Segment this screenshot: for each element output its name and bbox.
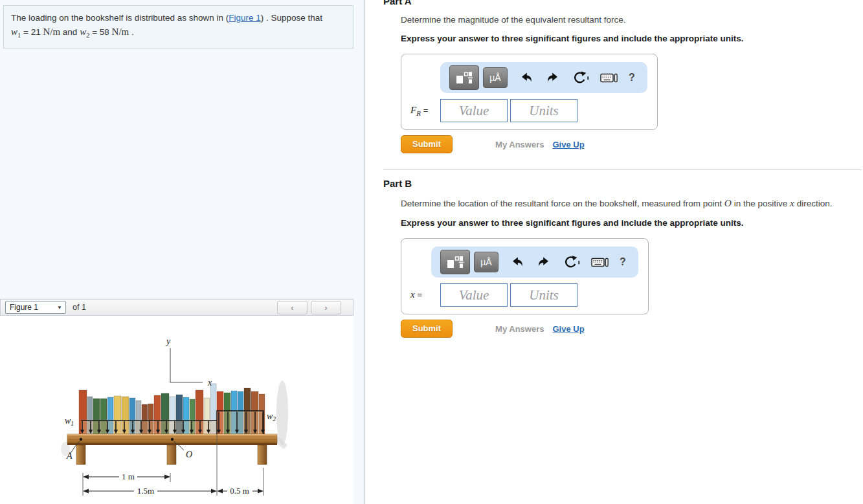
reset-icon: [572, 71, 589, 85]
help-button[interactable]: ?: [620, 256, 626, 268]
units-input[interactable]: [510, 99, 577, 122]
shelf-lip: [67, 443, 277, 445]
dim-arrow: [211, 489, 217, 494]
give-up-link[interactable]: Give Up: [552, 140, 584, 149]
dim-1m-label: 1 m: [122, 472, 135, 481]
redo-icon: [545, 71, 561, 85]
redo-button[interactable]: [545, 71, 561, 85]
part-a-title: Part A: [383, 0, 862, 6]
shelf-bracket: [76, 445, 85, 465]
answer-variable-label: x =: [410, 289, 440, 301]
my-answers-label: My Answers: [495, 324, 544, 334]
dim-arrow: [258, 489, 263, 494]
equation-toolbar: µÅ: [431, 247, 638, 278]
equation-template-button[interactable]: [440, 250, 470, 274]
part-a-description: Determine the magnitude of the equivalen…: [401, 15, 862, 25]
point-a-label: A: [66, 451, 73, 461]
figure-link[interactable]: Figure 1: [229, 13, 261, 23]
shelf-bracket: [167, 445, 176, 465]
units-button[interactable]: µÅ: [483, 67, 508, 88]
help-button[interactable]: ?: [629, 72, 635, 83]
part-b-section: Part B Determine the location of the res…: [383, 178, 862, 338]
x-axis-label: x: [207, 378, 212, 388]
dim-15m-label: 1.5m: [137, 486, 154, 496]
equation-toolbar: µÅ: [440, 62, 647, 93]
redo-icon: [536, 255, 552, 269]
template-icon: [447, 255, 464, 269]
units-button[interactable]: µÅ: [474, 252, 499, 272]
bookshelf-figure: y x w1 w2 A O 1 m 1.5m 0.5 m: [0, 316, 353, 504]
units-input[interactable]: [510, 283, 577, 307]
value-input[interactable]: [440, 283, 508, 307]
figure-select[interactable]: Figure 1 ▼: [5, 301, 66, 314]
dim-arrow: [217, 489, 223, 494]
keyboard-icon: [600, 72, 618, 83]
x-direction-symbol: x: [790, 197, 794, 208]
submit-button[interactable]: Submit: [401, 320, 453, 338]
answer-box: µÅ: [401, 54, 658, 130]
my-answers-label: My Answers: [495, 140, 544, 149]
part-a-instruction: Express your answer to three significant…: [401, 34, 862, 43]
dim-05m-label: 0.5 m: [230, 486, 249, 496]
problem-text: ) . Suppose that: [261, 13, 322, 23]
answer-panel: Part A Determine the magnitude of the eq…: [364, 0, 863, 504]
problem-panel: The loading on the bookshelf is distribu…: [0, 0, 364, 504]
w2-units: N/m: [112, 27, 129, 37]
point-o-label: O: [186, 450, 192, 459]
problem-statement: The loading on the bookshelf is distribu…: [3, 5, 353, 49]
undo-button[interactable]: [519, 71, 534, 85]
problem-text: The loading on the bookshelf is distribu…: [11, 13, 229, 23]
figure-next-button[interactable]: ›: [311, 301, 341, 314]
mastering-assignment-page: The loading on the bookshelf is distribu…: [0, 0, 863, 504]
dim-arrow: [83, 475, 89, 479]
dim-arrow: [164, 475, 170, 479]
w1-symbol: w1: [11, 27, 21, 37]
figure-viewport: y x w1 w2 A O 1 m 1.5m 0.5 m: [0, 316, 353, 504]
submit-button[interactable]: Submit: [401, 135, 453, 153]
template-icon: [456, 71, 473, 85]
chevron-down-icon: ▼: [57, 305, 62, 311]
part-b-description: Determine the location of the resultant …: [401, 197, 862, 209]
point-o-symbol: O: [724, 197, 732, 208]
problem-text: and: [60, 27, 80, 37]
figure-toolbar: Figure 1 ▼ of 1 ‹ ›: [0, 299, 353, 316]
w1-label: w1: [65, 416, 74, 427]
figure-prev-button[interactable]: ‹: [277, 301, 308, 314]
reset-button[interactable]: [572, 71, 589, 85]
w2-symbol: w2: [80, 27, 89, 37]
w1-units: N/m: [43, 27, 60, 37]
figure-nav: ‹ ›: [277, 301, 341, 314]
dim-arrow: [83, 489, 89, 494]
value-input[interactable]: [440, 99, 508, 122]
coordinate-axes: [170, 348, 203, 382]
point-a-dot: [80, 438, 82, 441]
shadow: [276, 380, 288, 445]
undo-icon: [510, 255, 525, 269]
keyboard-button[interactable]: [600, 72, 618, 83]
w2-label: w2: [267, 411, 276, 422]
reset-button[interactable]: [563, 255, 580, 269]
reset-icon: [563, 255, 580, 269]
w2-value: = 58: [89, 27, 111, 37]
keyboard-icon: [591, 256, 609, 268]
figure-select-value: Figure 1: [10, 303, 38, 312]
undo-icon: [519, 71, 534, 85]
shelf-bracket: [258, 445, 267, 465]
problem-text: .: [129, 27, 134, 37]
y-axis-label: y: [165, 336, 171, 346]
part-b-instruction: Express your answer to three significant…: [401, 218, 862, 228]
point-o-dot: [171, 438, 174, 441]
give-up-link[interactable]: Give Up: [552, 324, 584, 334]
section-divider: [383, 170, 862, 170]
answer-variable-label: FR =: [410, 105, 440, 117]
keyboard-button[interactable]: [591, 256, 609, 268]
answer-box: µÅ: [401, 238, 649, 314]
part-b-title: Part B: [383, 178, 862, 189]
figure-count-label: of 1: [73, 303, 86, 312]
redo-button[interactable]: [536, 255, 552, 269]
equation-template-button[interactable]: [449, 65, 479, 90]
undo-button[interactable]: [510, 255, 525, 269]
part-a-section: Part A Determine the magnitude of the eq…: [383, 0, 862, 153]
w1-value: = 21: [21, 27, 43, 37]
